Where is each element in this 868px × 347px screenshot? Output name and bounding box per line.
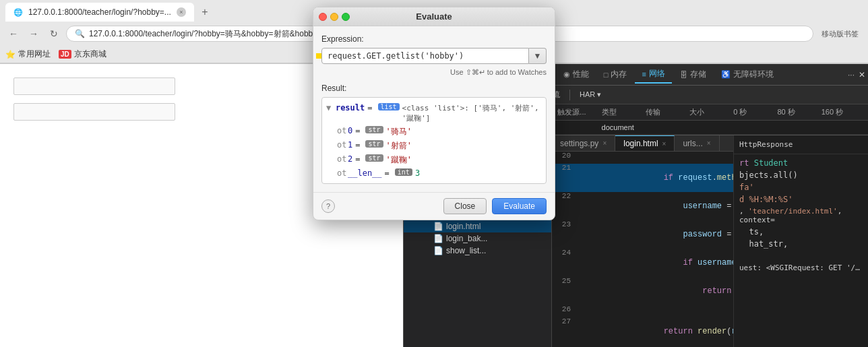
row-type: document	[599, 122, 643, 133]
result-child-1-value: '射箭'	[386, 140, 412, 152]
traffic-light-green[interactable]	[342, 13, 350, 21]
expression-input[interactable]	[321, 48, 529, 64]
bookmark-jd[interactable]: JD 京东商城	[59, 49, 106, 60]
memory-icon: □	[604, 71, 609, 79]
result-child-0-arrow: ot	[337, 126, 345, 135]
line-content-21: if request.method == 'POST':	[576, 164, 733, 192]
line-num-27: 27	[557, 317, 576, 346]
header-time-160: 160 秒	[819, 106, 863, 119]
devtools-close-button[interactable]: ✕	[859, 70, 865, 80]
header-time-0: 0 秒	[731, 106, 774, 119]
search-icon: 🔍	[75, 29, 85, 38]
result-expand-arrow[interactable]: ▼	[326, 103, 333, 113]
result-child-1-type: str	[365, 140, 383, 148]
tab-memory[interactable]: □ 内存	[597, 66, 634, 83]
result-children: ot 0 = str '骑马' ot 1 = str '射箭' ot 2	[326, 125, 542, 179]
result-child-0-type: str	[365, 126, 383, 133]
help-button[interactable]: ?	[321, 199, 335, 213]
result-root-row[interactable]: ▼ result = list <class 'list'>: ['骑马', '…	[326, 102, 542, 125]
right-context-body: rt Student bjects.all() fa' d %H:%M:%S' …	[734, 154, 868, 276]
reload-button[interactable]: ↻	[46, 26, 62, 42]
header-trigger: 触发源...	[555, 106, 598, 119]
file-tree-item-show-list[interactable]: 📄 show_list...	[404, 245, 551, 257]
code-line-26: 26	[552, 305, 733, 317]
tab-storage-label: 存储	[690, 69, 706, 80]
result-child-2-type: str	[365, 154, 383, 162]
tab-accessibility[interactable]: ♿ 无障碍环境	[714, 66, 780, 83]
settings-tab-label: settings.py	[560, 139, 598, 148]
bookmark-mobile[interactable]: 移动版书签	[817, 26, 863, 42]
tab-urls[interactable]: urls... ×	[675, 135, 719, 151]
right-line-hat: hat_str,	[739, 238, 863, 250]
new-tab-button[interactable]: +	[197, 4, 213, 20]
devtools-more-button[interactable]: ···	[848, 70, 855, 80]
tab-network[interactable]: ≡ 网络	[635, 65, 671, 84]
result-child-1-arrow: ot	[337, 140, 345, 150]
tab-favicon: 🌐	[13, 8, 23, 17]
dialog-footer: ? Close Evaluate	[313, 192, 555, 220]
tab-storage[interactable]: 🗄 存储	[673, 66, 713, 83]
har-button[interactable]: HAR ▾	[576, 89, 605, 100]
jd-icon: JD	[59, 50, 71, 59]
tab-performance[interactable]: ◉ 性能	[557, 66, 596, 83]
dropdown-arrow-icon: ▼	[534, 51, 542, 61]
line-num-22: 22	[557, 192, 576, 220]
bookmark-label: 常用网址	[18, 49, 51, 60]
line-num-25: 25	[557, 277, 576, 305]
close-dialog-button[interactable]: Close	[443, 198, 487, 214]
code-line-22: 22 username = request.POST.get('username…	[552, 192, 733, 220]
line-content-25: return redirect(reverse('teacher:index')…	[576, 277, 733, 305]
result-child-0-value: '骑马'	[386, 126, 412, 137]
form-field-2[interactable]	[13, 103, 175, 121]
expression-hint: Use ⇧⌘↵ to add to Watches	[321, 68, 547, 77]
code-line-25: 25 return redirect(reverse('teacher:inde…	[552, 277, 733, 305]
right-line-teacher-index: , 'teacher/index.html', context=	[739, 206, 863, 226]
tab-close-button[interactable]: ×	[177, 7, 186, 17]
traffic-light-yellow[interactable]	[330, 13, 338, 21]
dialog-title: Evaluate	[416, 11, 452, 22]
file-tree-item-login[interactable]: 📄 login.html	[404, 220, 551, 232]
result-child-0-index: 0	[348, 126, 352, 135]
login-html-tab-close[interactable]: ×	[662, 140, 666, 148]
urls-tab-close[interactable]: ×	[707, 139, 711, 147]
result-child-2-arrow: ot	[337, 154, 345, 164]
warning-dot	[316, 53, 321, 59]
traffic-light-red[interactable]	[319, 13, 327, 21]
dialog-body: Expression: ▼ Use ⇧⌘↵ to add to Watches …	[313, 26, 555, 192]
bookmark-common[interactable]: ⭐ 常用网址	[5, 49, 51, 60]
accessibility-icon: ♿	[721, 70, 731, 79]
result-child-1-eq: =	[355, 140, 360, 150]
line-num-20: 20	[557, 152, 576, 164]
settings-tab-close[interactable]: ×	[602, 139, 607, 147]
line-content-20	[576, 152, 728, 164]
result-child-len-type: int	[395, 168, 412, 176]
row-time	[731, 126, 774, 129]
forward-button[interactable]: →	[26, 26, 42, 42]
result-child-len-eq: =	[385, 168, 390, 178]
file-tree-item-login-bak[interactable]: 📄 login_bak...	[404, 232, 551, 245]
evaluate-button[interactable]: Evaluate	[492, 198, 547, 214]
line-content-24: if username == 'xinlan' and password == …	[576, 249, 733, 277]
http-response-text: HttpResponse	[739, 140, 793, 149]
back-button[interactable]: ←	[5, 26, 22, 42]
row-transfer	[643, 126, 687, 129]
expression-dropdown-button[interactable]: ▼	[529, 48, 547, 64]
form-field-1[interactable]	[13, 77, 175, 95]
right-line-empty	[739, 250, 863, 262]
code-line-23: 23 password = request.POST.get('password…	[552, 220, 733, 249]
network-icon: ≡	[642, 70, 646, 78]
toolbar-separator-3	[569, 90, 570, 100]
tab-login-html[interactable]: login.html ×	[615, 135, 675, 151]
header-type: 类型	[599, 106, 643, 119]
active-tab[interactable]: 🌐 127.0.0.1:8000/teacher/login/?hobby=..…	[5, 3, 194, 22]
tab-settings[interactable]: settings.py ×	[552, 135, 615, 151]
result-child-len: ot __len__ = int 3	[337, 167, 542, 179]
result-label: Result:	[321, 84, 547, 93]
row-trigger	[555, 126, 598, 129]
code-line-27: 27 return render(request, 'teacher/login…	[552, 317, 733, 346]
star-icon: ⭐	[5, 50, 16, 59]
expression-input-row: ▼	[321, 48, 547, 64]
show-list-file-icon: 📄	[433, 246, 443, 255]
evaluate-dialog: Evaluate Expression: ▼ Use ⇧⌘↵ to add to…	[313, 7, 555, 220]
result-child-len-key: __len__	[348, 168, 382, 178]
